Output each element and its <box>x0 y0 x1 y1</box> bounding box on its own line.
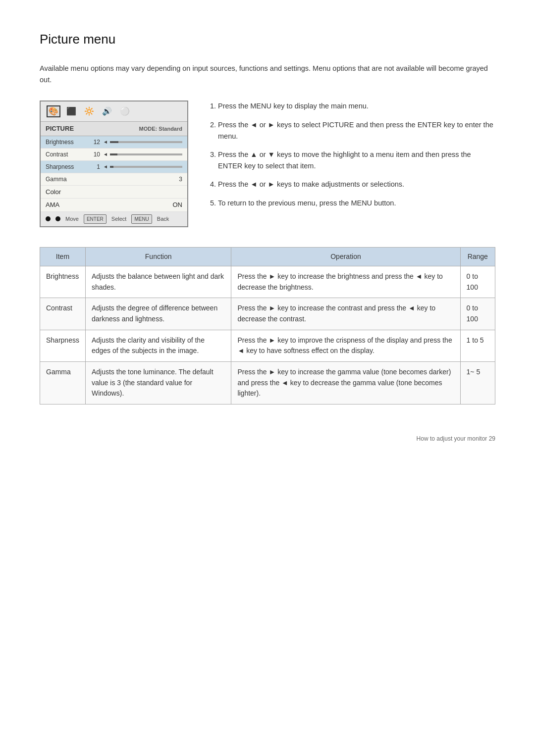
page-title: Picture menu <box>40 30 495 49</box>
step-3: Press the ▲ or ▼ keys to move the highli… <box>218 149 495 172</box>
osd-brightness-label: Brightness <box>46 138 85 147</box>
range-brightness: 0 to 100 <box>460 266 495 298</box>
osd-brightness-arrow: ◄ <box>103 138 108 146</box>
osd-contrast-label: Contrast <box>46 150 85 159</box>
osd-brightness-fill <box>110 141 119 143</box>
osd-icon-system: ⚪ <box>118 105 132 117</box>
osd-sharpness-bar: ◄ <box>100 163 182 170</box>
operation-brightness: Press the ► key to increase the brightne… <box>231 266 460 298</box>
osd-icon-row: 🎨 ⬛ 🔆 🔊 ⚪ <box>41 101 187 122</box>
osd-menu: 🎨 ⬛ 🔆 🔊 ⚪ PICTURE MODE: Standard Brightn… <box>40 101 188 227</box>
footer-note: How to adjust your monitor 29 <box>40 434 495 443</box>
osd-gamma-label: Gamma <box>46 175 67 184</box>
picture-table: Item Function Operation Range Brightness… <box>40 247 495 404</box>
operation-gamma: Press the ► key to increase the gamma va… <box>231 362 460 404</box>
step-5: To return to the previous menu, press th… <box>218 198 495 209</box>
osd-menu-btn[interactable]: MENU <box>131 214 152 224</box>
range-sharpness: 1 to 5 <box>460 330 495 361</box>
osd-brightness-value: 12 <box>85 138 100 147</box>
table-header-row: Item Function Operation Range <box>40 247 495 266</box>
function-brightness: Adjusts the balance between light and da… <box>85 266 231 298</box>
function-contrast: Adjusts the degree of difference between… <box>85 298 231 330</box>
operation-sharpness: Press the ► key to improve the crispness… <box>231 330 460 361</box>
osd-sharpness-track <box>110 166 182 168</box>
osd-color-label: Color <box>46 187 61 197</box>
osd-select-label: Select <box>111 215 127 223</box>
function-gamma: Adjusts the tone luminance. The default … <box>85 362 231 404</box>
step-2: Press the ◄ or ► keys to select PICTURE … <box>218 119 495 142</box>
steps-list: Press the MENU key to display the main m… <box>208 101 495 208</box>
steps-section: Press the MENU key to display the main m… <box>208 101 495 227</box>
osd-contrast-bar: ◄ <box>100 151 182 158</box>
table-row: Sharpness Adjusts the clarity and visibi… <box>40 330 495 361</box>
osd-move-label: Move <box>65 215 79 223</box>
osd-icon-brightness: 🔆 <box>82 105 96 117</box>
col-function: Function <box>85 247 231 266</box>
osd-contrast-fill <box>110 153 117 155</box>
intro-text: Available menu options may vary dependin… <box>40 63 495 86</box>
osd-gamma-row: Gamma 3 <box>41 173 187 186</box>
osd-color-row: Color <box>41 186 187 199</box>
table-row: Brightness Adjusts the balance between l… <box>40 266 495 298</box>
osd-enter-btn[interactable]: ENTER <box>84 214 107 224</box>
osd-ama-label: AMA <box>46 200 59 210</box>
operation-contrast: Press the ► key to increase the contrast… <box>231 298 460 330</box>
step-4: Press the ◄ or ► keys to make adjustment… <box>218 179 495 190</box>
step-1: Press the MENU key to display the main m… <box>218 101 495 112</box>
osd-dot2 <box>55 216 60 221</box>
osd-ama-value: ON <box>173 200 183 210</box>
osd-back-label: Back <box>157 215 169 223</box>
table-row: Gamma Adjusts the tone luminance. The de… <box>40 362 495 404</box>
osd-header-bar: PICTURE MODE: Standard <box>41 122 187 136</box>
table-row: Contrast Adjusts the degree of differenc… <box>40 298 495 330</box>
col-item: Item <box>40 247 86 266</box>
osd-sharpness-fill <box>110 166 113 168</box>
range-contrast: 0 to 100 <box>460 298 495 330</box>
function-sharpness: Adjusts the clarity and visibility of th… <box>85 330 231 361</box>
osd-gamma-value: 3 <box>179 175 182 184</box>
item-contrast: Contrast <box>40 298 86 330</box>
col-range: Range <box>460 247 495 266</box>
top-section: 🎨 ⬛ 🔆 🔊 ⚪ PICTURE MODE: Standard Brightn… <box>40 101 495 227</box>
osd-label: PICTURE <box>46 124 74 134</box>
col-operation: Operation <box>231 247 460 266</box>
item-brightness: Brightness <box>40 266 86 298</box>
item-gamma: Gamma <box>40 362 86 404</box>
osd-sharpness-label: Sharpness <box>46 162 85 171</box>
range-gamma: 1~ 5 <box>460 362 495 404</box>
osd-brightness-bar: ◄ <box>100 138 182 146</box>
osd-footer: Move ENTER Select MENU Back <box>41 212 187 226</box>
osd-contrast-value: 10 <box>85 150 100 159</box>
osd-contrast-row: Contrast 10 ◄ <box>41 149 187 161</box>
osd-brightness-track <box>110 141 182 143</box>
osd-brightness-row: Brightness 12 ◄ <box>41 136 187 149</box>
osd-sharpness-arrow: ◄ <box>103 163 108 170</box>
osd-ama-row: AMA ON <box>41 199 187 212</box>
page-container: Picture menu Available menu options may … <box>0 0 535 483</box>
osd-sharpness-row: Sharpness 1 ◄ <box>41 161 187 173</box>
osd-mode: MODE: Standard <box>139 125 182 133</box>
osd-dot1 <box>46 216 51 221</box>
osd-icon-picture: 🎨 <box>47 105 60 117</box>
osd-contrast-arrow: ◄ <box>103 151 108 158</box>
osd-icon-audio: 🔊 <box>100 105 114 117</box>
item-sharpness: Sharpness <box>40 330 86 361</box>
osd-sharpness-value: 1 <box>85 162 100 171</box>
osd-icon-display: ⬛ <box>64 105 78 117</box>
osd-contrast-track <box>110 153 182 155</box>
